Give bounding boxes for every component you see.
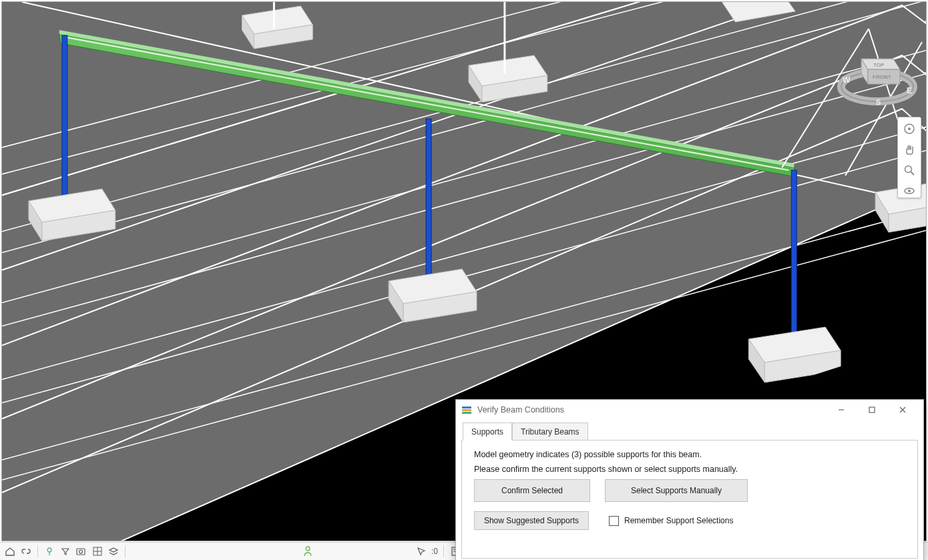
tab-panel-supports: Model geometry indicates (3) possible su… [461, 441, 918, 559]
app-logo-icon [461, 404, 472, 415]
confirm-selected-button[interactable]: Confirm Selected [474, 479, 590, 502]
svg-point-55 [908, 127, 911, 130]
supports-message-2: Please confirm the current supports show… [474, 465, 905, 474]
svg-rect-24 [426, 119, 431, 286]
tab-supports[interactable]: Supports [463, 423, 512, 441]
maximize-button[interactable] [857, 400, 887, 420]
svg-rect-72 [462, 409, 471, 411]
filter-icon[interactable] [59, 545, 71, 557]
pin-icon[interactable] [43, 545, 55, 557]
show-suggested-supports-button[interactable]: Show Suggested Supports [474, 511, 589, 530]
dialog-title: Verify Beam Conditions [477, 405, 564, 414]
viewcube-front: FRONT [873, 74, 891, 80]
svg-point-63 [79, 550, 83, 553]
svg-rect-62 [77, 549, 85, 555]
verify-beam-dialog: Verify Beam Conditions Supports Tributar… [455, 399, 924, 560]
pan-hand-icon[interactable] [900, 140, 919, 159]
view-cube[interactable]: W E S TOP FRONT [835, 40, 920, 107]
checkbox-box[interactable] [609, 516, 619, 526]
remember-selections-label: Remember Support Selections [624, 516, 733, 525]
select-icon[interactable] [415, 545, 427, 557]
svg-rect-25 [791, 170, 796, 344]
dialog-tabs: Supports Tributary Beams [461, 423, 918, 441]
supports-message-1: Model geometry indicates (3) possible su… [474, 450, 905, 459]
svg-point-67 [306, 547, 310, 551]
layers-icon[interactable] [107, 545, 120, 557]
svg-point-60 [47, 548, 51, 552]
close-button[interactable] [887, 400, 918, 420]
svg-line-57 [911, 172, 915, 176]
viewcube-top: TOP [873, 62, 884, 68]
svg-rect-71 [462, 406, 471, 408]
nav-toolbar [897, 117, 921, 198]
tab-tributary-beams[interactable]: Tributary Beams [512, 423, 588, 441]
person-icon[interactable] [302, 545, 314, 557]
svg-rect-73 [462, 412, 471, 414]
link-icon[interactable] [20, 545, 32, 557]
selection-count: :0 [431, 547, 438, 556]
minimize-button[interactable] [826, 400, 857, 420]
svg-point-59 [908, 190, 911, 192]
remember-selections-checkbox[interactable]: Remember Support Selections [609, 516, 733, 526]
zoom-icon[interactable] [900, 161, 919, 180]
svg-point-56 [905, 166, 912, 173]
camera-icon[interactable] [75, 545, 87, 557]
select-supports-manually-button[interactable]: Select Supports Manually [605, 479, 748, 502]
orbit-icon[interactable] [900, 182, 919, 200]
fullnav-icon[interactable] [900, 119, 919, 138]
compass-s: S [876, 98, 881, 106]
svg-rect-75 [869, 407, 875, 412]
grid-icon[interactable] [91, 545, 103, 557]
home-icon[interactable] [4, 545, 16, 557]
compass-e: E [907, 86, 912, 95]
compass-w: W [843, 75, 851, 85]
svg-rect-23 [62, 35, 67, 202]
dialog-titlebar[interactable]: Verify Beam Conditions [456, 400, 923, 420]
